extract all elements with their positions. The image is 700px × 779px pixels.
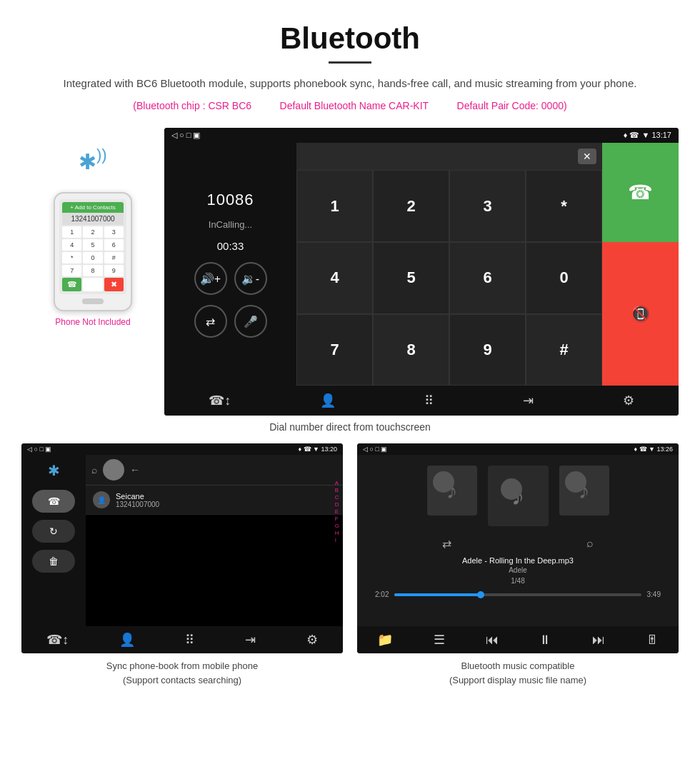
pb-bottom-dialpad-icon[interactable]: ⠿	[185, 632, 194, 648]
phone-key-7b: 7	[62, 265, 81, 276]
album-dot-left	[433, 471, 454, 493]
pb-search-icon: ⌕	[91, 464, 97, 476]
status-bar: ◁ ○ □ ▣ ♦ ☎ ▼ 13:17	[164, 128, 679, 143]
music-progress-bar[interactable]	[394, 593, 641, 596]
music-total-time: 3:49	[647, 590, 661, 598]
pb-alpha-h[interactable]: H	[335, 530, 339, 536]
dial-left-panel: 10086 InCalling... 00:33 🔊+ 🔉- ⇄ 🎤	[164, 143, 296, 386]
header-description: Integrated with BC6 Bluetooth module, su…	[29, 75, 671, 92]
volume-up-btn[interactable]: 🔊+	[194, 262, 227, 295]
pb-bottom-calls-icon[interactable]: ☎↕	[46, 632, 69, 648]
dial-content: 10086 InCalling... 00:33 🔊+ 🔉- ⇄ 🎤 ✕	[164, 143, 679, 386]
pb-alpha-f[interactable]: F	[335, 516, 339, 522]
music-caption-line2: (Support display music file name)	[449, 675, 586, 685]
bottom-settings-icon[interactable]: ⚙	[623, 393, 634, 408]
music-artist: Adele	[509, 566, 527, 574]
key-1[interactable]: 1	[296, 170, 373, 242]
pb-call-btn[interactable]: ☎	[32, 490, 75, 513]
music-folder-icon[interactable]: 📁	[377, 632, 393, 648]
pb-bottom-transfer-icon[interactable]: ⇥	[245, 632, 256, 648]
phone-key-5: 5	[83, 239, 102, 251]
pb-alpha-g[interactable]: G	[335, 523, 339, 529]
pb-delete-btn[interactable]: 🗑	[32, 550, 75, 573]
mic-btn[interactable]: 🎤	[234, 305, 267, 338]
bottom-calls-icon[interactable]: ☎↕	[209, 393, 231, 408]
pb-refresh-btn[interactable]: ↻	[32, 520, 75, 543]
music-eq-icon[interactable]: 🎚	[646, 632, 659, 648]
delete-btn[interactable]: ✕	[578, 149, 596, 164]
album-art-right: ♪	[559, 466, 609, 516]
reject-call-btn[interactable]: 📵	[602, 242, 679, 386]
pb-right-panel: ⌕ ← 👤 Seicane 13241007000	[86, 455, 343, 515]
music-bottom-bar: 📁 ☰ ⏮ ⏸ ⏭ 🎚	[357, 626, 679, 653]
music-album-covers: ♪ ♪ ♪	[427, 466, 609, 526]
key-9[interactable]: 9	[449, 314, 526, 386]
phone-not-included-label: Phone Not Included	[55, 317, 130, 327]
bottom-contacts-icon[interactable]: 👤	[320, 393, 336, 408]
music-progress-dot	[477, 591, 484, 598]
search-music-icon[interactable]: ⌕	[586, 537, 594, 551]
bottom-transfer-icon[interactable]: ⇥	[523, 393, 534, 408]
accept-call-btn[interactable]: ☎	[602, 143, 679, 242]
key-4[interactable]: 4	[296, 242, 373, 314]
dial-status-text: InCalling...	[209, 219, 252, 230]
dial-screen-caption: Dial number direct from touchscreen	[0, 416, 700, 443]
music-top-controls: ⇄ ⌕	[368, 537, 668, 551]
music-list-icon[interactable]: ☰	[434, 632, 445, 648]
key-0[interactable]: 0	[526, 242, 602, 314]
key-star[interactable]: *	[526, 170, 602, 242]
pb-gray-dot	[103, 459, 124, 481]
key-7[interactable]: 7	[296, 314, 373, 386]
header-specs: (Bluetooth chip : CSR BC6 Default Blueto…	[29, 98, 671, 114]
title-underline	[329, 61, 371, 64]
phone-end-btn: ✖	[104, 278, 124, 291]
pb-status-bar: ◁ ○ □ ▣ ♦ ☎ ▼ 13:20	[21, 443, 343, 455]
spec-code: Default Pair Code: 0000)	[457, 100, 567, 111]
dial-bottom-bar: ☎↕ 👤 ⠿ ⇥ ⚙	[164, 386, 679, 416]
pb-bottom-contacts-icon[interactable]: 👤	[119, 632, 135, 648]
bottom-dialpad-icon[interactable]: ⠿	[424, 393, 434, 408]
phone-key-8: 0	[83, 252, 102, 263]
pb-bottom-settings-icon[interactable]: ⚙	[306, 632, 318, 648]
key-8[interactable]: 8	[373, 314, 449, 386]
key-3[interactable]: 3	[449, 170, 526, 242]
key-2[interactable]: 2	[373, 170, 449, 242]
album-art-left: ♪	[427, 466, 477, 516]
status-left-icons: ◁ ○ □ ▣	[171, 131, 200, 140]
pb-alpha-c[interactable]: C	[335, 494, 339, 501]
pb-contact-row[interactable]: 👤 Seicane 13241007000	[86, 486, 343, 515]
volume-down-btn[interactable]: 🔉-	[234, 262, 267, 295]
phonebook-caption-line1: Sync phone-book from mobile phone	[106, 660, 258, 671]
phone-screen-top: + Add to Contacts	[62, 202, 124, 213]
album-right-wrapper: ♪	[559, 466, 609, 526]
page-header: Bluetooth Integrated with BC6 Bluetooth …	[0, 0, 700, 128]
status-right-icons: ♦ ☎ ▼ 13:17	[624, 131, 671, 140]
transfer-btn[interactable]: ⇄	[194, 305, 227, 338]
music-next-icon[interactable]: ⏭	[592, 632, 605, 648]
pb-back-arrow-icon[interactable]: ←	[130, 464, 140, 476]
shuffle-icon[interactable]: ⇄	[442, 537, 451, 551]
album-dot-right	[565, 471, 586, 493]
music-status-left: ◁ ○ □ ▣	[363, 446, 387, 453]
pb-contact-number: 13241007000	[116, 501, 159, 508]
music-prev-icon[interactable]: ⏮	[486, 632, 499, 648]
pb-alpha-b[interactable]: B	[335, 487, 339, 493]
pb-alpha-a[interactable]: A	[335, 480, 339, 486]
pb-right-wrapper: ⌕ ← 👤 Seicane 13241007000	[86, 455, 343, 626]
numpad-display: ✕	[296, 143, 602, 170]
key-5[interactable]: 5	[373, 242, 449, 314]
key-hash[interactable]: #	[526, 314, 602, 386]
pb-alpha-e[interactable]: E	[335, 508, 339, 515]
page-title: Bluetooth	[29, 21, 671, 56]
bluetooth-icon: ✱	[79, 149, 96, 174]
pb-alpha-i[interactable]: I	[335, 537, 339, 543]
pb-left-panel: ✱ ☎ ↻ 🗑	[21, 455, 86, 626]
music-play-pause-icon[interactable]: ⏸	[539, 632, 551, 648]
main-dial-screen: ◁ ○ □ ▣ ♦ ☎ ▼ 13:17 10086 InCalling... 0…	[164, 128, 679, 416]
dial-volume-controls: 🔊+ 🔉-	[194, 262, 267, 295]
music-content: ♪ ♪ ♪	[357, 455, 679, 626]
phonebook-caption-line2: (Support contacts searching)	[123, 675, 241, 685]
pb-alpha-d[interactable]: D	[335, 501, 339, 508]
key-6[interactable]: 6	[449, 242, 526, 314]
phone-key-8b: 8	[83, 265, 102, 276]
